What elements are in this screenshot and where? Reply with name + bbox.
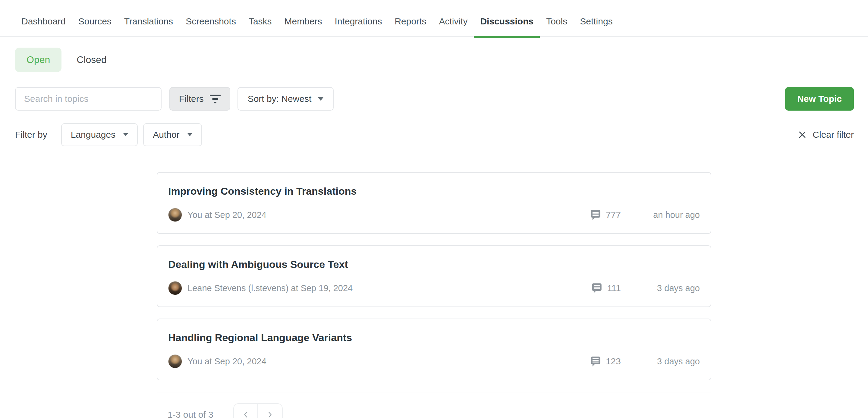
discussion-list: Improving Consistency in Translations Yo… bbox=[157, 172, 711, 380]
filters-button-label: Filters bbox=[179, 94, 204, 104]
discussion-meta: You at Sep 20, 2024 123 3 days ago bbox=[168, 354, 700, 368]
discussion-timestamp: 3 days ago bbox=[621, 283, 700, 293]
clear-filter-label: Clear filter bbox=[812, 130, 854, 140]
nav-item-members[interactable]: Members bbox=[278, 16, 329, 27]
top-navigation: Dashboard Sources Translations Screensho… bbox=[0, 0, 868, 37]
discussion-timestamp: 3 days ago bbox=[621, 356, 700, 366]
comment-icon bbox=[591, 283, 602, 293]
nav-item-dashboard[interactable]: Dashboard bbox=[15, 16, 72, 27]
comment-count-value: 123 bbox=[606, 356, 621, 366]
tab-open[interactable]: Open bbox=[15, 47, 61, 72]
comment-count: 123 bbox=[590, 356, 621, 367]
nav-item-activity[interactable]: Activity bbox=[433, 16, 474, 27]
discussion-card[interactable]: Improving Consistency in Translations Yo… bbox=[157, 172, 711, 234]
nav-item-discussions-label: Discussions bbox=[480, 16, 533, 26]
chevron-down-icon bbox=[187, 133, 192, 136]
comment-count-value: 111 bbox=[607, 283, 621, 293]
clear-filter-button[interactable]: Clear filter bbox=[798, 130, 854, 140]
filter-lines-icon bbox=[210, 95, 221, 103]
discussion-meta: Leane Stevens (l.stevens) at Sep 19, 202… bbox=[168, 281, 700, 295]
chevron-down-icon bbox=[318, 97, 323, 101]
toolbar: Filters Sort by: Newest New Topic bbox=[15, 87, 854, 110]
comment-count: 777 bbox=[590, 210, 621, 220]
sort-dropdown[interactable]: Sort by: Newest bbox=[238, 87, 334, 110]
pagination-summary: 1-3 out of 3 bbox=[167, 410, 213, 418]
discussion-author-line: You at Sep 20, 2024 bbox=[187, 210, 590, 220]
chevron-down-icon bbox=[123, 133, 128, 136]
comment-count-value: 777 bbox=[606, 210, 621, 220]
avatar bbox=[168, 354, 182, 368]
discussion-title[interactable]: Handling Regional Language Variants bbox=[168, 332, 700, 344]
nav-item-discussions[interactable]: Discussions bbox=[474, 16, 540, 27]
author-dropdown[interactable]: Author bbox=[143, 123, 202, 146]
discussion-card[interactable]: Dealing with Ambiguous Source Text Leane… bbox=[157, 245, 711, 307]
discussion-author-line: You at Sep 20, 2024 bbox=[187, 356, 590, 366]
nav-item-tools[interactable]: Tools bbox=[540, 16, 574, 27]
nav-item-tasks[interactable]: Tasks bbox=[242, 16, 278, 27]
chevron-right-icon bbox=[267, 411, 273, 418]
nav-item-sources[interactable]: Sources bbox=[72, 16, 118, 27]
filters-button[interactable]: Filters bbox=[169, 87, 230, 110]
nav-item-settings[interactable]: Settings bbox=[574, 16, 619, 27]
nav-item-screenshots[interactable]: Screenshots bbox=[179, 16, 242, 27]
discussion-timestamp: an hour ago bbox=[621, 210, 700, 220]
discussion-card[interactable]: Handling Regional Language Variants You … bbox=[157, 319, 711, 380]
close-icon bbox=[798, 130, 807, 139]
author-dropdown-label: Author bbox=[153, 130, 179, 140]
tab-closed[interactable]: Closed bbox=[76, 54, 107, 65]
active-tab-underline bbox=[474, 36, 540, 38]
nav-item-reports[interactable]: Reports bbox=[388, 16, 433, 27]
list-end-divider bbox=[157, 392, 711, 392]
nav-item-translations[interactable]: Translations bbox=[118, 16, 179, 27]
nav-item-integrations[interactable]: Integrations bbox=[329, 16, 389, 27]
new-topic-button[interactable]: New Topic bbox=[785, 87, 854, 110]
discussion-title[interactable]: Dealing with Ambiguous Source Text bbox=[168, 259, 700, 270]
search-input[interactable] bbox=[15, 87, 161, 110]
next-page-button[interactable] bbox=[258, 404, 282, 418]
status-tabs: Open Closed bbox=[15, 47, 853, 72]
pager bbox=[233, 403, 283, 418]
sort-dropdown-label: Sort by: Newest bbox=[248, 94, 312, 104]
discussion-title[interactable]: Improving Consistency in Translations bbox=[168, 185, 700, 197]
avatar bbox=[168, 208, 182, 222]
discussion-meta: You at Sep 20, 2024 777 an hour ago bbox=[168, 208, 700, 222]
chevron-left-icon bbox=[242, 411, 249, 418]
pagination: 1-3 out of 3 bbox=[157, 403, 711, 418]
languages-dropdown[interactable]: Languages bbox=[61, 123, 138, 146]
avatar bbox=[168, 281, 182, 295]
discussion-author-line: Leane Stevens (l.stevens) at Sep 19, 202… bbox=[187, 283, 591, 293]
previous-page-button[interactable] bbox=[234, 404, 258, 418]
comment-count: 111 bbox=[591, 283, 621, 293]
comment-icon bbox=[590, 210, 601, 220]
languages-dropdown-label: Languages bbox=[71, 130, 116, 140]
filter-by-label: Filter by bbox=[15, 130, 47, 140]
comment-icon bbox=[590, 356, 601, 367]
filter-bar: Filter by Languages Author Clear filter bbox=[15, 123, 854, 146]
